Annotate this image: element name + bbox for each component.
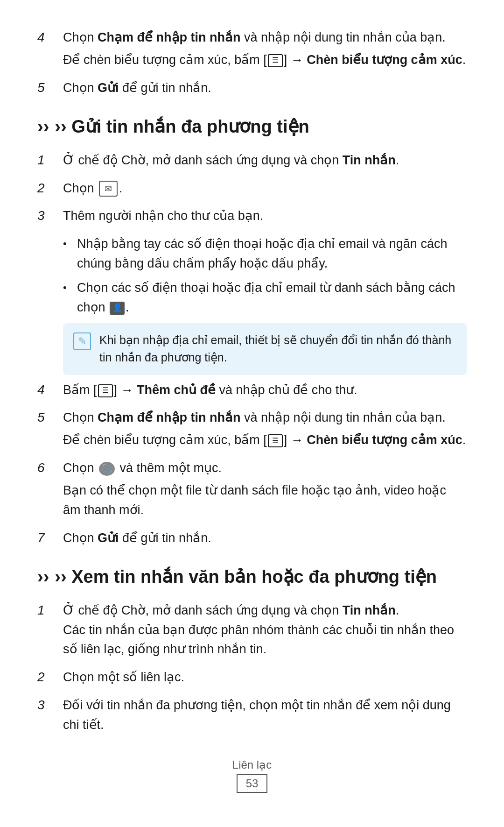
compose-icon: ✉ <box>99 181 118 197</box>
step-6-mms-extra: Bạn có thể chọn một file từ danh sách fi… <box>63 481 467 520</box>
person-icon: 👤 <box>110 302 125 315</box>
step-number-7-mms: 7 <box>37 529 63 547</box>
bullet-item-2: • Chọn các số điện thoại hoặc địa chỉ em… <box>63 278 467 318</box>
step-7-mms: 7 Chọn Gửi để gửi tin nhắn. <box>37 529 467 548</box>
step-content-1-mms: Ở chế độ Chờ, mở danh sách ứng dụng và c… <box>63 151 467 170</box>
bullet-text-2: Chọn các số điện thoại hoặc địa chỉ emai… <box>77 278 467 318</box>
step-content-6-mms: Chọn 📎 và thêm một mục. <box>63 459 467 478</box>
step-number-3-mms: 3 <box>37 206 63 225</box>
step-2-view: 2 Chọn một số liên lạc. <box>37 668 467 687</box>
page-footer: Liên lạc 53 <box>37 758 467 793</box>
step-number-5-mms: 5 <box>37 408 63 426</box>
footer-page: 53 <box>237 774 268 793</box>
bullet-dot-1: • <box>63 234 77 252</box>
section-view-heading: ›› ›› Xem tin nhắn văn bản hoặc đa phươn… <box>37 565 467 589</box>
step-1-view: 1 Ở chế độ Chờ, mở danh sách ứng dụng và… <box>37 601 467 660</box>
step-number-5-top: 5 <box>37 78 63 97</box>
bullet-list-3: • Nhập bằng tay các số điện thoại hoặc đ… <box>63 234 467 317</box>
step-content-2-mms: Chọn ✉. <box>63 179 467 198</box>
step-3-view: 3 Đối với tin nhắn đa phương tiện, chọn … <box>37 696 467 735</box>
step-content-2-view: Chọn một số liên lạc. <box>63 668 467 687</box>
step-4-top-sub: Để chèn biểu tượng cảm xúc, bấm [☰] → Ch… <box>63 50 467 70</box>
step-5-top: 5 Chọn Gửi để gửi tin nhắn. <box>37 78 467 98</box>
footer-label: Liên lạc <box>37 758 467 771</box>
step-number-3-view: 3 <box>37 696 63 714</box>
step-number-4-top: 4 <box>37 28 63 46</box>
menu-icon-3: ☰ <box>268 434 283 447</box>
chevron-icon-mms: ›› <box>37 114 49 139</box>
note-box-mms: ✎ Khi bạn nhập địa chỉ email, thiết bị s… <box>63 323 467 375</box>
step-number-2-mms: 2 <box>37 179 63 197</box>
note-text-mms: Khi bạn nhập địa chỉ email, thiết bị sẽ … <box>99 332 456 367</box>
step-6-mms: 6 Chọn 📎 và thêm một mục. <box>37 459 467 478</box>
step-content-7-mms: Chọn Gửi để gửi tin nhắn. <box>63 529 467 548</box>
step-4-top: 4 Chọn Chạm để nhập tin nhắn và nhập nội… <box>37 28 467 48</box>
step-number-1-view: 1 <box>37 601 63 619</box>
paperclip-icon: 📎 <box>99 462 115 476</box>
step-number-1-mms: 1 <box>37 151 63 169</box>
step-content-5-mms: Chọn Chạm để nhập tin nhắn và nhập nội d… <box>63 408 467 428</box>
step-number-6-mms: 6 <box>37 459 63 477</box>
step-5-mms-sub: Để chèn biểu tượng cảm xúc, bấm [☰] → Ch… <box>63 431 467 450</box>
step-2-mms: 2 Chọn ✉. <box>37 179 467 198</box>
menu-icon: ☰ <box>268 54 283 67</box>
bullet-item-1: • Nhập bằng tay các số điện thoại hoặc đ… <box>63 234 467 274</box>
step-number-2-view: 2 <box>37 668 63 686</box>
step-content-4-mms: Bấm [☰] → Thêm chủ đề và nhập chủ đề cho… <box>63 381 467 400</box>
section-mms-heading: ›› ›› Gửi tin nhắn đa phương tiện <box>37 114 467 139</box>
step-content-1-view: Ở chế độ Chờ, mở danh sách ứng dụng và c… <box>63 601 467 660</box>
bullet-dot-2: • <box>63 278 77 296</box>
chevron-icon-view: ›› <box>37 565 49 589</box>
menu-icon-2: ☰ <box>98 384 113 397</box>
step-number-4-mms: 4 <box>37 381 63 399</box>
step-content-4-top: Chọn Chạm để nhập tin nhắn và nhập nội d… <box>63 28 467 48</box>
step-content-3-view: Đối với tin nhắn đa phương tiện, chọn mộ… <box>63 696 467 735</box>
step-content-3-mms: Thêm người nhận cho thư của bạn. <box>63 206 467 226</box>
step-3-mms: 3 Thêm người nhận cho thư của bạn. <box>37 206 467 226</box>
bullet-text-1: Nhập bằng tay các số điện thoại hoặc địa… <box>77 234 467 274</box>
step-4-mms: 4 Bấm [☰] → Thêm chủ đề và nhập chủ đề c… <box>37 381 467 400</box>
note-icon-mms: ✎ <box>73 332 91 350</box>
step-content-5-top: Chọn Gửi để gửi tin nhắn. <box>63 78 467 98</box>
step-5-mms: 5 Chọn Chạm để nhập tin nhắn và nhập nội… <box>37 408 467 428</box>
step-1-mms: 1 Ở chế độ Chờ, mở danh sách ứng dụng và… <box>37 151 467 170</box>
